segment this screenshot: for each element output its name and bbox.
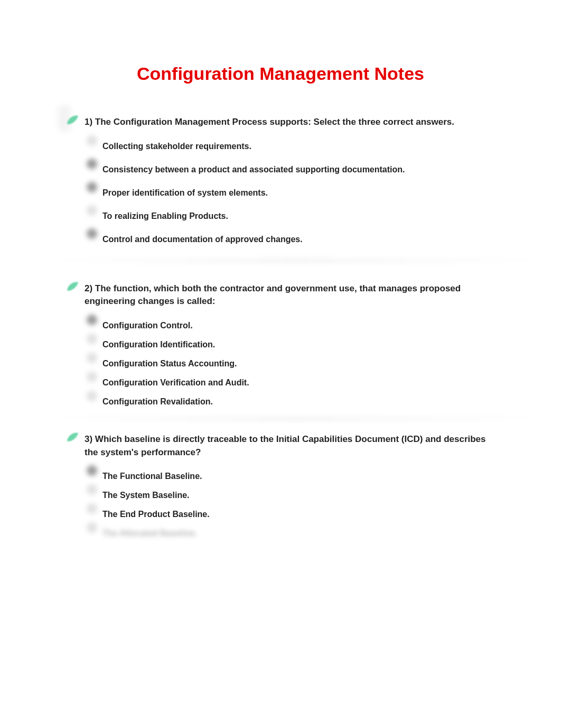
bullet-icon <box>87 503 97 514</box>
question-text: 2) The function, which both the contract… <box>85 282 492 308</box>
bullet-icon <box>87 159 97 169</box>
option-text: Configuration Revalidation. <box>102 397 213 406</box>
question-block: 3) Which baseline is directly traceable … <box>53 433 508 538</box>
divider <box>53 416 540 421</box>
option-item: Configuration Control. <box>102 321 492 330</box>
option-text: Collecting stakeholder requirements. <box>102 142 251 151</box>
question-text: 3) Which baseline is directly traceable … <box>85 433 492 459</box>
question-block: 2) The function, which both the contract… <box>53 282 508 421</box>
option-item: Collecting stakeholder requirements. <box>102 142 492 151</box>
option-item: Proper identification of system elements… <box>102 188 492 198</box>
bullet-icon <box>87 391 97 401</box>
page-title: Configuration Management Notes <box>53 63 508 84</box>
option-item: Configuration Status Accounting. <box>102 359 492 368</box>
option-text: The System Baseline. <box>102 491 190 500</box>
option-item: Consistency between a product and associ… <box>102 165 492 174</box>
leaf-icon <box>66 431 79 444</box>
option-text: Proper identification of system elements… <box>102 188 268 197</box>
leaf-icon <box>66 280 79 293</box>
bullet-icon <box>87 135 97 146</box>
option-text: Configuration Verification and Audit. <box>102 378 249 387</box>
option-text: Configuration Identification. <box>102 340 215 349</box>
bullet-icon <box>87 484 97 495</box>
option-text: Configuration Status Accounting. <box>102 359 237 368</box>
leaf-icon <box>66 114 79 126</box>
question-text: 1) The Configuration Management Process … <box>85 116 492 129</box>
option-item: Configuration Verification and Audit. <box>102 378 492 388</box>
bullet-icon <box>87 205 97 216</box>
option-list: Configuration Control. Configuration Ide… <box>102 321 492 407</box>
page: Configuration Management Notes 1) The Co… <box>0 0 561 706</box>
option-item: The System Baseline. <box>102 491 492 500</box>
option-item: The Functional Baseline. <box>102 472 492 481</box>
option-list: Collecting stakeholder requirements. Con… <box>102 142 492 244</box>
option-item: The Allocated Baseline. <box>102 529 492 538</box>
option-text: The End Product Baseline. <box>102 510 210 519</box>
bullet-icon <box>87 315 97 325</box>
option-list: The Functional Baseline. The System Base… <box>102 472 492 538</box>
bullet-icon <box>87 372 97 382</box>
option-item: Control and documentation of approved ch… <box>102 235 492 244</box>
option-item: To realizing Enabling Products. <box>102 211 492 221</box>
option-text: The Functional Baseline. <box>102 472 202 481</box>
bullet-icon <box>87 465 97 476</box>
bullet-icon <box>87 353 97 363</box>
option-text: Control and documentation of approved ch… <box>102 235 303 244</box>
option-text: The Allocated Baseline. <box>102 529 197 538</box>
bullet-icon <box>87 182 97 192</box>
option-text: Consistency between a product and associ… <box>102 165 405 174</box>
option-item: Configuration Identification. <box>102 340 492 349</box>
option-text: To realizing Enabling Products. <box>102 211 228 220</box>
bullet-icon <box>87 522 97 533</box>
option-item: Configuration Revalidation. <box>102 397 492 407</box>
question-block: 1) The Configuration Management Process … <box>53 116 508 263</box>
bullet-icon <box>87 334 97 344</box>
divider <box>53 258 540 263</box>
option-text: Configuration Control. <box>102 321 193 330</box>
option-item: The End Product Baseline. <box>102 510 492 519</box>
bullet-icon <box>87 228 97 239</box>
